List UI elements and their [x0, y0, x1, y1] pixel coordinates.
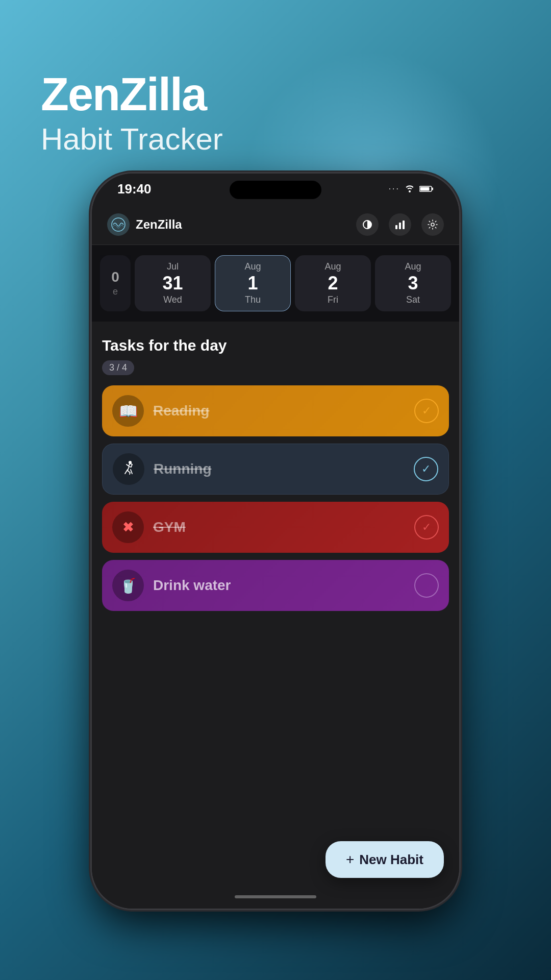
habit-card-reading[interactable]: 📖 Reading ✓ [102, 385, 449, 436]
drink-water-check[interactable] [414, 573, 439, 598]
drink-water-icon: 🥤 [119, 577, 137, 594]
drink-water-icon-wrap: 🥤 [112, 570, 144, 601]
plus-icon: + [346, 851, 354, 868]
reading-icon-wrap: 📖 [112, 395, 144, 427]
reading-name: Reading [153, 403, 414, 419]
tasks-section: Tasks for the day 3 / 4 📖 Reading ✓ [92, 322, 459, 909]
battery-icon [419, 183, 434, 195]
tasks-header: Tasks for the day [102, 337, 449, 354]
calendar-strip: 0 e Jul 31 Wed Aug 1 Thu [92, 245, 459, 322]
dynamic-island [230, 181, 321, 199]
svg-rect-5 [399, 223, 401, 229]
reading-icon: 📖 [119, 402, 138, 420]
app-title: ZenZilla [41, 71, 223, 117]
header-icons [356, 213, 444, 236]
new-habit-button[interactable]: + New Habit [325, 841, 444, 878]
running-icon [120, 459, 137, 479]
status-time: 19:40 [117, 181, 152, 197]
status-icons: ··· [389, 183, 434, 195]
home-indicator [235, 895, 316, 898]
running-name: Running [154, 461, 414, 477]
habit-card-running[interactable]: Running ✓ [102, 444, 449, 495]
screen-content: 19:40 ··· [92, 174, 459, 909]
svg-rect-4 [395, 225, 397, 229]
svg-rect-6 [403, 220, 405, 229]
gym-icon: ✖ [122, 520, 134, 535]
calendar-day-aug1[interactable]: Aug 1 Thu [215, 255, 291, 311]
settings-button[interactable] [421, 213, 444, 236]
status-bar: 19:40 ··· [92, 174, 459, 204]
phone-frame: 19:40 ··· [92, 174, 459, 909]
moon-button[interactable] [356, 213, 379, 236]
calendar-day-aug2[interactable]: Aug 2 Fri [295, 255, 371, 311]
running-check[interactable]: ✓ [414, 457, 438, 481]
gym-icon-wrap: ✖ [112, 511, 144, 543]
reading-check[interactable]: ✓ [414, 399, 439, 423]
wifi-icon [404, 183, 415, 195]
app-logo-icon [107, 213, 130, 236]
calendar-day-partial[interactable]: 0 e [100, 255, 131, 311]
gym-check[interactable]: ✓ [414, 515, 439, 540]
gym-name: GYM [153, 519, 414, 535]
phone-screen: 19:40 ··· [92, 174, 459, 909]
habit-card-drink-water[interactable]: 🥤 Drink water [102, 560, 449, 611]
calendar-day-jul31[interactable]: Jul 31 Wed [135, 255, 211, 311]
chart-button[interactable] [389, 213, 411, 236]
dots-icon: ··· [389, 184, 400, 193]
svg-rect-1 [432, 187, 434, 190]
app-header: ZenZilla [92, 204, 459, 245]
svg-point-7 [431, 223, 434, 226]
app-title-area: ZenZilla Habit Tracker [41, 71, 223, 157]
page-wrapper: ZenZilla Habit Tracker 19:40 ··· [0, 0, 551, 980]
app-logo-text: ZenZilla [136, 217, 350, 232]
calendar-day-aug3[interactable]: Aug 3 Sat [375, 255, 451, 311]
svg-rect-2 [420, 187, 430, 190]
drink-water-name: Drink water [153, 577, 414, 594]
running-icon-wrap [113, 453, 144, 485]
tasks-count-badge: 3 / 4 [102, 360, 134, 375]
app-subtitle: Habit Tracker [41, 121, 223, 157]
new-habit-label: New Habit [359, 852, 423, 868]
habit-card-gym[interactable]: ✖ GYM ✓ [102, 502, 449, 553]
